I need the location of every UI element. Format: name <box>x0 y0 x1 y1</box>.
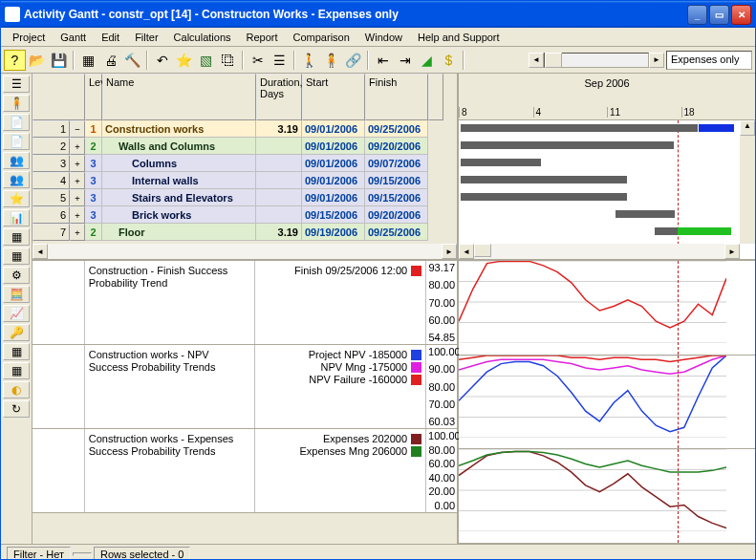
menu-project[interactable]: Project <box>5 30 53 44</box>
lt-grid3-icon[interactable]: ▦ <box>3 343 30 360</box>
menu-gantt[interactable]: Gantt <box>53 30 94 44</box>
menu-help[interactable]: Help and Support <box>410 30 508 44</box>
expand-button[interactable]: + <box>70 138 85 155</box>
lt-pie-icon[interactable]: ◐ <box>3 381 30 398</box>
expand-button[interactable]: + <box>70 189 85 206</box>
lt-grid2-icon[interactable]: ▦ <box>3 248 30 265</box>
toolbar: ? 📂 💾 ▦ 🖨 🔨 ↶ ⭐ ▧ ⿻ ✂ ☰ 🚶 🧍 🔗 ⇤ ⇥ ◢ $ ◄►… <box>1 47 755 74</box>
help-icon[interactable]: ? <box>4 50 26 71</box>
col-lev[interactable]: Lev <box>85 74 102 120</box>
open-icon[interactable]: 📂 <box>26 50 48 71</box>
excel-icon[interactable]: ▧ <box>195 50 217 71</box>
lt-doc2-icon[interactable]: 📄 <box>3 133 30 150</box>
lt-calc-icon[interactable]: 🧮 <box>3 286 30 303</box>
task-row[interactable]: 6+3Brick works09/15/200609/20/2006 <box>32 206 457 224</box>
task-row[interactable]: 2+2Walls and Columns09/01/200609/20/2006 <box>32 138 457 155</box>
task-row[interactable]: 4+3Internal walls09/01/200609/15/2006 <box>32 172 457 189</box>
lt-star-icon[interactable]: ⭐ <box>3 190 30 207</box>
save-icon[interactable]: 💾 <box>48 50 70 71</box>
menu-window[interactable]: Window <box>357 30 410 44</box>
star-icon[interactable]: ⭐ <box>173 50 195 71</box>
minimize-button[interactable]: _ <box>687 5 707 25</box>
dollar-icon[interactable]: $ <box>438 50 460 71</box>
task-row[interactable]: 7+2Floor3.1909/19/200609/25/2006 <box>32 224 457 241</box>
trend2-title: Construction works - NPV Success Probabi… <box>85 345 255 428</box>
lt-bars-icon[interactable]: ☰ <box>3 75 30 93</box>
lt-arrow-icon[interactable]: ↻ <box>3 400 30 418</box>
menu-calculations[interactable]: Calculations <box>166 30 239 44</box>
menu-edit[interactable]: Edit <box>94 30 127 44</box>
view-dropdown[interactable]: Expenses only <box>666 51 752 70</box>
menu-comparison[interactable]: Comparison <box>286 30 357 44</box>
hammer-icon[interactable]: 🔨 <box>121 50 143 71</box>
print-icon[interactable]: 🖨 <box>99 50 121 71</box>
window-title: Activity Gantt - constr_opt [14] - Const… <box>24 8 687 21</box>
task-row[interactable]: 3+3Columns09/01/200609/07/2006 <box>32 155 457 172</box>
gantt-hscroll[interactable]: ◄► <box>459 244 740 259</box>
trend3-title: Construction works - Expenses Success Pr… <box>85 429 255 512</box>
maximize-button[interactable]: ▭ <box>709 5 729 25</box>
close-button[interactable]: ✕ <box>731 5 751 25</box>
gantt-vscroll[interactable]: ▲ <box>740 120 755 244</box>
timeline-month: Sep 2006 <box>459 77 755 89</box>
menu-filter[interactable]: Filter <box>127 30 165 44</box>
goto-start-icon[interactable]: ⇤ <box>372 50 394 71</box>
grid-hscroll[interactable]: ◄► <box>32 244 457 259</box>
trend1-title: Construction - Finish Success Probabilit… <box>85 261 255 344</box>
expand-button[interactable]: + <box>70 155 85 172</box>
expand-button[interactable]: − <box>70 120 85 138</box>
grid-icon[interactable]: ▦ <box>77 50 99 71</box>
lt-people2-icon[interactable]: 👥 <box>3 171 30 188</box>
col-finish[interactable]: Finish <box>365 74 428 120</box>
left-toolbar: ☰ 🧍 📄 📄 👥 👥 ⭐ 📊 ▦ ▦ ⚙ 🧮 📈 🔑 ▦ ▦ ◐ ↻ <box>1 74 32 544</box>
task-row[interactable]: 5+3Stairs and Elevators09/01/200609/15/2… <box>32 189 457 206</box>
status-filter: Filter - Нет <box>7 547 71 561</box>
chart-icon[interactable]: ◢ <box>416 50 438 71</box>
person-walk-icon[interactable]: 🚶 <box>298 50 320 71</box>
gantt-chart: Sep 2006 8 4 11 18 <box>459 74 755 259</box>
menu-report[interactable]: Report <box>239 30 286 44</box>
lt-gear-icon[interactable]: ⚙ <box>3 267 30 284</box>
task-row[interactable]: 1−1Construction works3.1909/01/200609/25… <box>32 120 457 138</box>
person-icon[interactable]: 🧍 <box>320 50 342 71</box>
col-start[interactable]: Start <box>302 74 365 120</box>
lt-doc1-icon[interactable]: 📄 <box>3 114 30 131</box>
statusbar: Filter - Нет Rows selected - 0 <box>1 544 755 560</box>
task-grid: Lev Name Duration, Days Start Finish 1−1… <box>32 74 459 259</box>
lt-grid1-icon[interactable]: ▦ <box>3 228 30 246</box>
titlebar: Activity Gantt - constr_opt [14] - Const… <box>1 1 755 28</box>
col-duration[interactable]: Duration, Days <box>256 74 302 120</box>
list-icon[interactable]: ☰ <box>269 50 291 71</box>
expand-button[interactable]: + <box>70 172 85 189</box>
lt-chart-icon[interactable]: 📊 <box>3 209 30 226</box>
trend-grid: Construction - Finish Success Probabilit… <box>32 261 459 544</box>
lt-people1-icon[interactable]: 👥 <box>3 152 30 169</box>
expand-button[interactable]: + <box>70 224 85 241</box>
app-icon <box>5 7 20 22</box>
copy-icon[interactable]: ⿻ <box>217 50 239 71</box>
trend-charts <box>459 261 755 544</box>
col-num[interactable] <box>32 74 85 120</box>
undo-icon[interactable]: ↶ <box>151 50 173 71</box>
lt-key-icon[interactable]: 🔑 <box>3 324 30 341</box>
menubar: Project Gantt Edit Filter Calculations R… <box>1 28 755 47</box>
status-rows: Rows selected - 0 <box>94 547 190 561</box>
toolbar-scroll[interactable]: ◄► <box>529 53 664 68</box>
link-icon[interactable]: 🔗 <box>342 50 364 71</box>
lt-graph-icon[interactable]: 📈 <box>3 305 30 322</box>
col-name[interactable]: Name <box>102 74 256 120</box>
lt-grid4-icon[interactable]: ▦ <box>3 362 30 379</box>
lt-person-icon[interactable]: 🧍 <box>3 95 30 112</box>
goto-end-icon[interactable]: ⇥ <box>394 50 416 71</box>
cut-icon[interactable]: ✂ <box>247 50 269 71</box>
expand-button[interactable]: + <box>70 206 85 224</box>
